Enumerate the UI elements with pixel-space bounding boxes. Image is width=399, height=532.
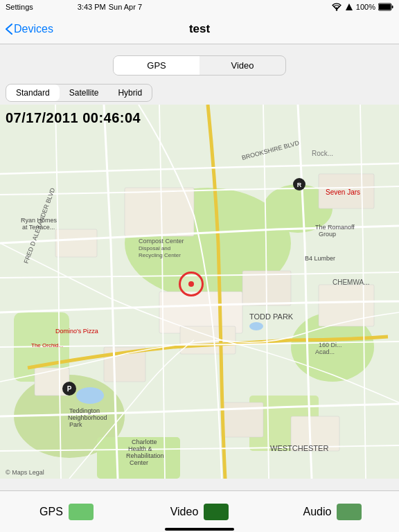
svg-text:Domino's Pizza: Domino's Pizza bbox=[55, 328, 98, 335]
svg-text:Charlotte: Charlotte bbox=[132, 438, 157, 445]
svg-text:Disposal and: Disposal and bbox=[139, 245, 170, 251]
svg-rect-19 bbox=[319, 285, 374, 326]
svg-text:TODD PARK: TODD PARK bbox=[249, 312, 294, 321]
map-type-satellite[interactable]: Satellite bbox=[60, 85, 109, 101]
back-label: Devices bbox=[14, 23, 53, 35]
svg-text:Health &: Health & bbox=[128, 445, 152, 452]
signal-icon bbox=[345, 3, 353, 11]
svg-text:B4 Lumber: B4 Lumber bbox=[305, 255, 335, 262]
svg-text:R: R bbox=[297, 181, 302, 188]
location-marker bbox=[179, 272, 204, 296]
tab-gps-label: GPS bbox=[39, 506, 63, 518]
svg-text:Group: Group bbox=[319, 231, 336, 238]
tab-gps[interactable]: GPS bbox=[0, 498, 133, 526]
segment-container: GPS Video bbox=[0, 44, 399, 84]
status-left: Settings 3:43 PM Sun Apr 7 bbox=[6, 3, 142, 11]
svg-text:Seven Jars: Seven Jars bbox=[326, 188, 360, 196]
map-type-control: Standard Satellite Hybrid bbox=[6, 84, 152, 102]
tab-bar: GPS Video Audio bbox=[0, 490, 399, 532]
back-button[interactable]: Devices bbox=[6, 23, 53, 35]
tab-audio-label: Audio bbox=[303, 506, 332, 518]
svg-text:Recycling Center: Recycling Center bbox=[139, 252, 181, 258]
segment-gps[interactable]: GPS bbox=[114, 56, 200, 75]
video-indicator bbox=[204, 504, 229, 520]
map-container: TODD PARK WESTCHESTER CHEMWA... Seven Ja… bbox=[0, 105, 399, 479]
svg-text:Park: Park bbox=[69, 421, 82, 428]
svg-text:Ryan Homes: Ryan Homes bbox=[21, 217, 57, 224]
home-indicator bbox=[165, 528, 234, 531]
svg-text:Acad...: Acad... bbox=[315, 348, 335, 355]
status-bar: Settings 3:43 PM Sun Apr 7 100% bbox=[0, 0, 399, 14]
svg-text:CHEMWA...: CHEMWA... bbox=[332, 278, 370, 286]
svg-rect-3 bbox=[379, 4, 391, 10]
svg-point-14 bbox=[249, 322, 263, 330]
svg-text:Rock...: Rock... bbox=[312, 150, 333, 157]
svg-text:P: P bbox=[67, 385, 72, 393]
svg-rect-21 bbox=[125, 188, 194, 236]
page-title: test bbox=[189, 22, 210, 36]
map-attribution: © Maps Legal bbox=[6, 469, 44, 476]
map-type-hybrid[interactable]: Hybrid bbox=[108, 85, 152, 101]
map-type-standard[interactable]: Standard bbox=[6, 85, 60, 101]
svg-point-13 bbox=[76, 387, 104, 404]
svg-rect-4 bbox=[392, 6, 393, 8]
svg-text:at Terrace...: at Terrace... bbox=[22, 224, 55, 231]
audio-indicator bbox=[337, 504, 362, 520]
svg-point-0 bbox=[336, 9, 337, 10]
svg-text:The Romanoff: The Romanoff bbox=[315, 224, 355, 231]
status-right: 100% bbox=[331, 3, 393, 11]
svg-text:160 Di...: 160 Di... bbox=[319, 342, 342, 348]
gps-indicator bbox=[69, 504, 94, 520]
battery-icon bbox=[378, 3, 393, 11]
segment-video[interactable]: Video bbox=[200, 56, 285, 75]
gps-video-segment: GPS Video bbox=[113, 55, 286, 76]
wifi-icon bbox=[331, 3, 342, 11]
svg-text:Neighborhood: Neighborhood bbox=[68, 414, 107, 421]
svg-text:Compost Center: Compost Center bbox=[139, 238, 184, 245]
tab-video[interactable]: Video bbox=[133, 498, 266, 526]
settings-label: Settings bbox=[6, 3, 33, 11]
svg-text:Rehabilitation: Rehabilitation bbox=[126, 452, 164, 459]
tab-video-label: Video bbox=[170, 506, 199, 518]
status-time: 3:43 PM bbox=[78, 3, 106, 11]
svg-text:The Orchid...: The Orchid... bbox=[31, 342, 63, 348]
svg-rect-18 bbox=[55, 229, 97, 257]
map-timestamp: 07/17/2011 00:46:04 bbox=[6, 110, 141, 126]
svg-text:Teddington: Teddington bbox=[69, 407, 100, 414]
nav-bar: Devices test bbox=[0, 14, 399, 44]
marker-outer bbox=[179, 272, 204, 296]
svg-text:WESTCHESTER: WESTCHESTER bbox=[270, 444, 328, 452]
chevron-left-icon bbox=[6, 24, 12, 35]
svg-marker-1 bbox=[346, 3, 353, 10]
status-date: Sun Apr 7 bbox=[109, 3, 142, 11]
svg-rect-16 bbox=[180, 326, 236, 354]
svg-text:Center: Center bbox=[130, 459, 148, 466]
battery-label: 100% bbox=[356, 3, 375, 11]
marker-inner bbox=[188, 281, 194, 287]
tab-audio[interactable]: Audio bbox=[266, 498, 399, 526]
